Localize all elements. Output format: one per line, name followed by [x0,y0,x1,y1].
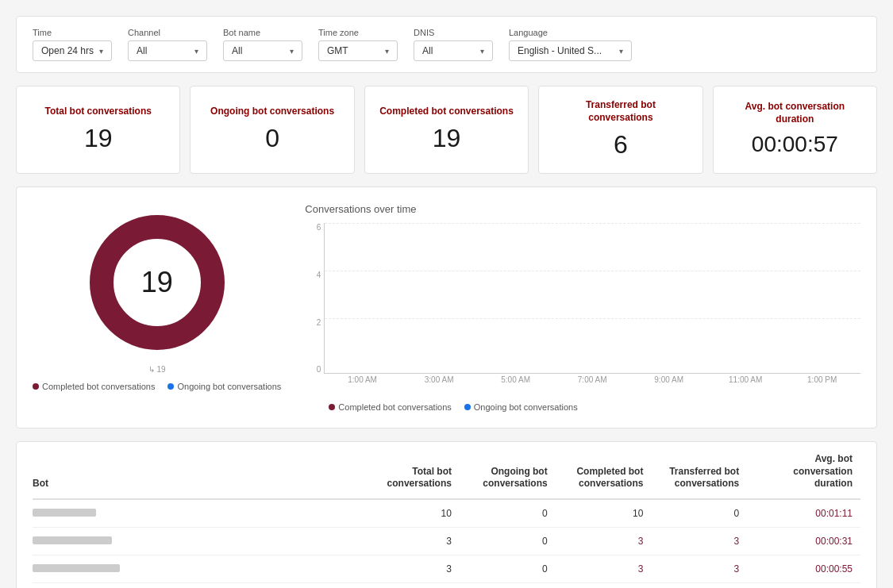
bar-chart-container: Conversations over time 0 2 4 6 [305,203,860,412]
col-total: Total bot conversations [364,442,460,499]
table-body: 10010000:01:11303300:00:31303300:00:5530… [33,499,860,588]
cell-completed: 3 [556,527,652,555]
dnis-filter-group: DNIS All ▾ [414,28,493,61]
y-label-0: 0 [305,365,321,374]
col-ongoing: Ongoing bot conversations [460,442,556,499]
bar-legend-ongoing: Ongoing bot conversations [464,402,578,412]
cell-avg: 00:00:31 [747,527,860,555]
grid-line-6 [325,223,860,224]
stat-completed-title: Completed bot conversations [379,106,514,118]
cell-bot-name [33,555,364,582]
dnis-filter-label: DNIS [414,28,493,37]
bar-chart-title: Conversations over time [305,203,860,215]
cell-avg: 00:00:55 [747,555,860,582]
stat-total-title: Total bot conversations [44,106,151,118]
filter-bar: Time Open 24 hrs ▾ Channel All ▾ Bot nam… [16,16,877,73]
chevron-down-icon: ▾ [99,47,103,56]
chevron-down-icon: ▾ [290,47,294,56]
bot-table: Bot Total bot conversations Ongoing bot … [33,442,860,588]
cell-transferred: 3 [651,555,747,582]
bar-legend-ongoing-label: Ongoing bot conversations [474,402,578,412]
cell-avg: 00:01:11 [747,499,860,528]
bar-ongoing-dot [464,404,471,410]
stat-card-total: Total bot conversations 19 [16,86,180,174]
x-axis: 1:00 AM 3:00 AM 5:00 AM 7:00 AM 9:00 AM … [305,375,860,384]
donut-center-value-display: 19 [141,266,173,299]
cell-completed: 3 [556,555,652,582]
cell-transferred: 0 [651,499,747,528]
channel-filter-value: All [137,45,147,56]
chevron-down-icon: ▾ [194,47,198,56]
donut-chart: 19 [78,203,237,362]
cell-avg: 00:00:42 [747,582,860,588]
x-label-1am: 1:00 AM [324,375,401,384]
channel-filter-select[interactable]: All ▾ [128,40,207,61]
time-filter-select[interactable]: Open 24 hrs ▾ [33,40,112,61]
stat-transferred-title: Transferred bot conversations [553,99,687,124]
botname-filter-select[interactable]: All ▾ [223,40,302,61]
table-section: Bot Total bot conversations Ongoing bot … [16,441,877,588]
cell-bot-name [33,499,364,528]
completed-dot [33,383,39,390]
x-label-1pm: 1:00 PM [783,375,860,384]
col-bot: Bot [33,442,364,499]
cell-bot-name [33,582,364,588]
x-label-5am: 5:00 AM [477,375,554,384]
donut-chart-container: 19 ↳ 19 Completed bot conversations Ongo… [33,203,281,391]
donut-value: 19 [141,266,173,298]
y-label-6: 6 [305,223,321,232]
stat-card-avg-duration: Avg. bot conversation duration 00:00:57 [713,86,877,174]
time-filter-label: Time [33,28,112,37]
table-header-row: Bot Total bot conversations Ongoing bot … [33,442,860,499]
legend-completed-label: Completed bot conversations [42,382,155,391]
bars-grid-area [324,223,860,374]
grid-line-2 [325,318,860,319]
language-filter-group: Language English - United S... ▾ [509,28,632,61]
cell-transferred: 3 [651,527,747,555]
col-avg: Avg. bot conversation duration [747,442,860,499]
language-filter-select[interactable]: English - United S... ▾ [509,40,632,61]
y-label-2: 2 [305,318,321,327]
chevron-down-icon: ▾ [480,47,484,56]
time-filter-group: Time Open 24 hrs ▾ [33,28,112,61]
legend-completed: Completed bot conversations [33,382,155,391]
table-row: 303300:00:55 [33,555,860,582]
cell-completed: 10 [556,499,652,528]
timezone-filter-select[interactable]: GMT ▾ [318,40,398,61]
table-row: 10010000:01:11 [33,499,860,528]
cell-total: 3 [364,582,460,588]
bar-chart-legend: Completed bot conversations Ongoing bot … [305,402,860,412]
x-label-11am: 11:00 AM [707,375,784,384]
stat-avg-value: 00:00:57 [752,133,838,156]
stat-transferred-value: 6 [614,132,628,157]
stat-avg-title: Avg. bot conversation duration [728,101,862,125]
cell-bot-name [33,527,364,555]
stat-total-value: 19 [84,125,113,151]
timezone-filter-label: Time zone [318,28,398,37]
stat-cards-row: Total bot conversations 19 Ongoing bot c… [16,86,877,174]
donut-note: ↳ 19 [148,365,166,374]
botname-filter-label: Bot name [223,28,302,37]
y-label-4: 4 [305,271,321,279]
channel-filter-group: Channel All ▾ [128,28,207,61]
bar-completed-dot [329,404,335,410]
dashboard-page: Time Open 24 hrs ▾ Channel All ▾ Bot nam… [0,0,893,588]
col-completed: Completed bot conversations [556,442,652,499]
bar-legend-completed-label: Completed bot conversations [338,402,451,412]
cell-total: 3 [364,527,460,555]
chevron-down-icon: ▾ [619,47,623,56]
chevron-down-icon: ▾ [385,47,389,56]
dnis-filter-select[interactable]: All ▾ [414,40,493,61]
x-label-9am: 9:00 AM [630,375,707,384]
stat-completed-value: 19 [433,125,461,151]
cell-ongoing: 0 [460,527,556,555]
botname-filter-group: Bot name All ▾ [223,28,302,61]
timezone-filter-group: Time zone GMT ▾ [318,28,398,61]
grid-line-4 [325,271,860,271]
stat-card-completed: Completed bot conversations 19 [364,86,529,174]
x-label-3am: 3:00 AM [401,375,478,384]
legend-ongoing: Ongoing bot conversations [167,382,281,391]
table-row: 303300:00:31 [33,527,860,555]
table-row: 303000:00:42 [33,582,860,588]
ongoing-dot [167,383,174,390]
